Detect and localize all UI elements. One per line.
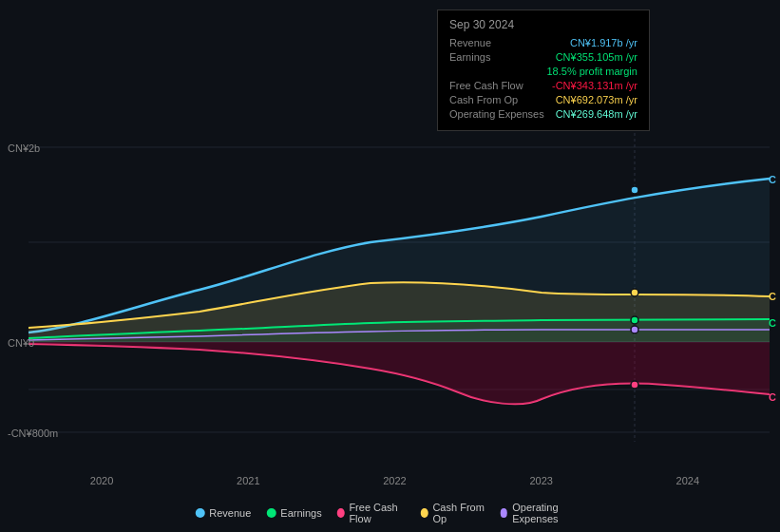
tooltip-profit-margin: 18.5% profit margin (449, 66, 637, 77)
tooltip-value-fcf: -CN¥343.131m /yr (552, 80, 637, 91)
x-label-2023: 2023 (529, 475, 552, 486)
legend-revenue[interactable]: Revenue (195, 507, 251, 519)
x-label-2022: 2022 (383, 475, 406, 486)
svg-point-11 (631, 326, 638, 333)
legend-dot-free-cash-flow (337, 508, 345, 518)
legend: Revenue Earnings Free Cash Flow Cash Fro… (195, 502, 585, 524)
right-label-cash-from-op: C (769, 291, 776, 302)
tooltip-label-earnings: Earnings (449, 51, 490, 63)
legend-free-cash-flow[interactable]: Free Cash Flow (337, 502, 406, 524)
right-label-free-cash-flow: C (769, 391, 776, 403)
legend-label-operating-expenses: Operating Expenses (512, 502, 585, 524)
x-label-2020: 2020 (90, 475, 113, 486)
legend-label-earnings: Earnings (280, 507, 321, 519)
legend-dot-earnings (266, 508, 276, 518)
tooltip-row-opex: Operating Expenses CN¥269.648m /yr (449, 108, 637, 120)
tooltip-row-revenue: Revenue CN¥1.917b /yr (449, 37, 637, 48)
x-axis: 2020 2021 2022 2023 2024 (0, 475, 780, 486)
chart-svg (0, 0, 780, 475)
legend-dot-revenue (195, 508, 204, 518)
svg-point-7 (631, 186, 638, 194)
tooltip-value-cash-from-op: CN¥692.073m /yr (556, 94, 637, 105)
svg-point-8 (631, 289, 638, 296)
tooltip-label-fcf: Free Cash Flow (449, 80, 523, 91)
legend-operating-expenses[interactable]: Operating Expenses (501, 502, 585, 524)
legend-label-revenue: Revenue (209, 507, 251, 519)
legend-label-free-cash-flow: Free Cash Flow (349, 502, 405, 524)
svg-point-9 (631, 316, 638, 324)
svg-point-10 (631, 381, 638, 389)
right-label-earnings: C (769, 317, 776, 329)
y-label-top: CN¥2b (8, 142, 40, 154)
tooltip-title: Sep 30 2024 (449, 18, 637, 31)
tooltip-value-earnings: CN¥355.105m /yr (556, 51, 637, 63)
y-label-bottom: -CN¥800m (8, 428, 58, 439)
tooltip-row-fcf: Free Cash Flow -CN¥343.131m /yr (449, 80, 637, 91)
tooltip-label-cash-from-op: Cash From Op (449, 94, 518, 105)
legend-dot-operating-expenses (501, 508, 508, 518)
x-label-2021: 2021 (237, 475, 259, 486)
tooltip-box: Sep 30 2024 Revenue CN¥1.917b /yr Earnin… (437, 10, 650, 131)
tooltip-value-opex: CN¥269.648m /yr (556, 108, 637, 120)
y-label-zero: CN¥0 (8, 337, 34, 349)
x-label-2024: 2024 (676, 475, 699, 486)
tooltip-value-revenue: CN¥1.917b /yr (570, 37, 637, 48)
legend-label-cash-from-op: Cash From Op (432, 502, 485, 524)
chart-area: CN¥2b CN¥0 -CN¥800m C C C C 2020 2021 20… (0, 0, 780, 532)
tooltip-label-revenue: Revenue (449, 37, 491, 48)
legend-earnings[interactable]: Earnings (266, 507, 321, 519)
tooltip-row-cash-from-op: Cash From Op CN¥692.073m /yr (449, 94, 637, 105)
right-label-revenue: C (769, 174, 776, 185)
tooltip-label-opex: Operating Expenses (449, 108, 544, 120)
legend-cash-from-op[interactable]: Cash From Op (421, 502, 485, 524)
tooltip-row-earnings: Earnings CN¥355.105m /yr (449, 51, 637, 63)
legend-dot-cash-from-op (421, 508, 428, 518)
